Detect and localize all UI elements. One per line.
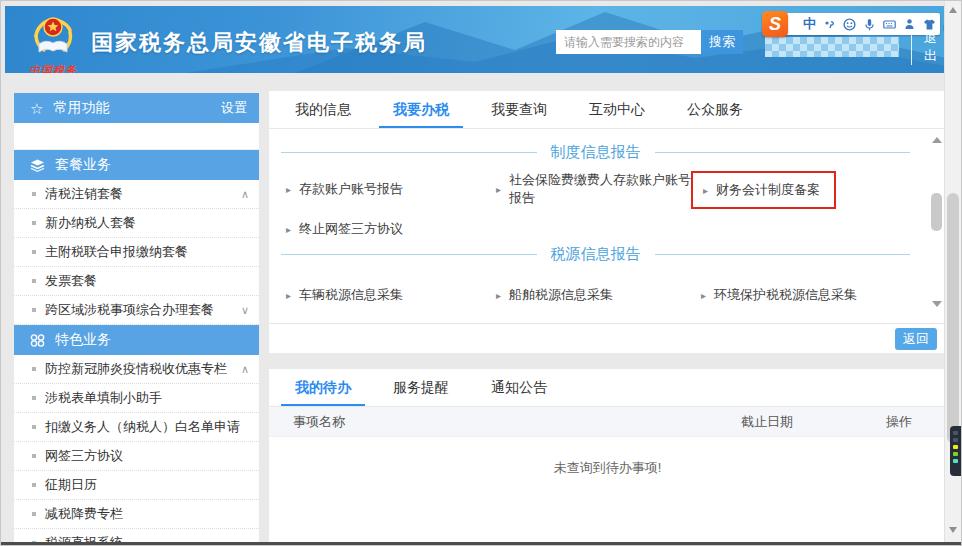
sidebar-item-kuaquyu[interactable]: 跨区域涉税事项综合办理套餐 ∨ <box>14 296 259 325</box>
sidebar-section-title: 套餐业务 <box>55 156 111 174</box>
app-header: 中国税务 国家税务总局安徽省电子税务局 搜索 S 中 退出 <box>5 6 946 73</box>
bullet-icon <box>32 279 36 283</box>
sidebar-item-label: 网签三方协议 <box>45 447 123 465</box>
tab-inquiry[interactable]: 我要查询 <box>477 91 561 128</box>
column-deadline: 截止日期 <box>741 413 856 431</box>
scrollbar-down-icon[interactable] <box>949 527 957 533</box>
sidebar-item-label: 发票套餐 <box>45 272 97 290</box>
column-operation: 操作 <box>856 413 946 431</box>
ime-punctuation-icon[interactable] <box>823 18 836 31</box>
tab-public-services[interactable]: 公众服务 <box>673 91 757 128</box>
todo-empty-message: 未查询到待办事项! <box>269 437 946 477</box>
scrollbar-up-icon[interactable] <box>932 137 942 143</box>
link-label: 终止网签三方协议 <box>299 220 403 238</box>
sidebar-item-koujiao-yiwuren[interactable]: 扣缴义务人（纳税人）白名单申请 <box>14 413 259 442</box>
search-input[interactable] <box>556 30 701 54</box>
sidebar-item-label: 扣缴义务人（纳税人）白名单申请 <box>45 418 240 436</box>
link-terminate-tripartite-agreement[interactable]: ▸ 终止网签三方协议 <box>286 211 496 247</box>
triangle-right-icon: ▸ <box>701 290 706 301</box>
sidebar-item-label: 防控新冠肺炎疫情税收优惠专栏 <box>45 360 227 378</box>
link-label: 车辆税源信息采集 <box>299 286 403 304</box>
section-title-tax-source-report: 税源信息报告 <box>281 245 910 264</box>
red-highlight-box: ▸ 财务会计制度备案 <box>691 171 836 209</box>
sidebar-item-label: 新办纳税人套餐 <box>45 214 136 232</box>
divider-line <box>655 254 911 255</box>
tab-tax-handling[interactable]: 我要办税 <box>379 91 463 128</box>
link-label: 环境保护税税源信息采集 <box>714 286 857 304</box>
floating-side-widget[interactable] <box>950 426 961 476</box>
back-button[interactable]: 返回 <box>895 328 937 350</box>
electronic-tax-bureau-page: 中国税务 国家税务总局安徽省电子税务局 搜索 S 中 退出 ☆ 常用功能 设置 <box>0 0 962 546</box>
sidebar-item-qingshui-zhuxiao[interactable]: 清税注销套餐 ∧ <box>14 180 259 209</box>
scrollbar-down-icon[interactable] <box>932 301 942 307</box>
tax-emblem-icon <box>27 10 79 58</box>
sidebar-header-special-services: 特色业务 <box>14 325 259 355</box>
scroll-up-icon[interactable]: ∧ <box>241 363 249 376</box>
search-button[interactable]: 搜索 <box>701 30 743 54</box>
ime-logo-icon[interactable]: S <box>762 11 788 37</box>
sidebar-item-fangkong-xinguan[interactable]: 防控新冠肺炎疫情税收优惠专栏 ∧ <box>14 355 259 384</box>
tab-notices[interactable]: 通知公告 <box>477 369 561 406</box>
header-search: 搜索 <box>556 30 743 54</box>
link-social-insurance-account-report[interactable]: ▸ 社会保险费缴费人存款账户账号报告 <box>496 171 701 207</box>
widget-segment <box>953 431 958 435</box>
sidebar-item-label: 涉税表单填制小助手 <box>45 389 162 407</box>
common-functions-empty-row <box>14 123 259 150</box>
bullet-icon <box>32 192 36 196</box>
section-title-text: 税源信息报告 <box>537 245 655 264</box>
bullet-icon <box>32 512 36 516</box>
ime-microphone-icon[interactable] <box>863 18 876 31</box>
logout-link[interactable]: 退出 <box>911 29 946 65</box>
triangle-right-icon: ▸ <box>496 290 501 301</box>
section-title-system-info-report: 制度信息报告 <box>281 143 910 162</box>
link-vehicle-tax-source-collection[interactable]: ▸ 车辆税源信息采集 <box>286 277 496 313</box>
tab-service-reminder[interactable]: 服务提醒 <box>379 369 463 406</box>
divider-line <box>655 152 911 153</box>
scrollbar-thumb[interactable] <box>931 193 942 231</box>
content-scrollbar[interactable] <box>930 131 944 313</box>
sidebar-item-sheshui-biaodan[interactable]: 涉税表单填制小助手 <box>14 384 259 413</box>
sidebar-item-label: 征期日历 <box>45 476 97 494</box>
link-financial-accounting-system-filing[interactable]: ▸ 财务会计制度备案 <box>701 171 916 209</box>
sidebar-item-zhengqi-rili[interactable]: 征期日历 <box>14 471 259 500</box>
bullet-icon <box>32 454 36 458</box>
scrollbar-up-icon[interactable] <box>949 7 957 13</box>
links-row: ▸ 终止网签三方协议 <box>286 211 916 247</box>
triangle-right-icon: ▸ <box>286 184 291 195</box>
link-label: 存款账户账号报告 <box>299 180 403 198</box>
scrollbar-thumb[interactable] <box>947 193 959 443</box>
tab-my-info[interactable]: 我的信息 <box>281 91 365 128</box>
tab-my-todo[interactable]: 我的待办 <box>281 369 365 406</box>
main-tabs: 我的信息 我要办税 我要查询 互动中心 公众服务 <box>269 91 946 129</box>
link-deposit-account-report[interactable]: ▸ 存款账户账号报告 <box>286 171 496 207</box>
ime-keyboard-icon[interactable] <box>883 18 896 31</box>
sidebar-item-jianshui-jiangfei[interactable]: 减税降费专栏 <box>14 500 259 529</box>
ime-emoji-icon[interactable] <box>843 18 856 31</box>
triangle-right-icon: ▸ <box>286 224 291 235</box>
scroll-down-icon[interactable]: ∨ <box>241 304 249 317</box>
sidebar-item-fapiao[interactable]: 发票套餐 <box>14 267 259 296</box>
sidebar-item-xinban-nashuiren[interactable]: 新办纳税人套餐 <box>14 209 259 238</box>
divider-line <box>281 254 537 255</box>
links-row: ▸ 车辆税源信息采集 ▸ 船舶税源信息采集 ▸ 环境保护税税源信息采集 <box>286 277 916 313</box>
star-icon: ☆ <box>30 101 43 116</box>
page-title: 国家税务总局安徽省电子税务局 <box>91 28 427 58</box>
link-ship-tax-source-collection[interactable]: ▸ 船舶税源信息采集 <box>496 277 701 313</box>
logo-caption: 中国税务 <box>23 63 83 73</box>
sidebar-item-label: 主附税联合申报缴纳套餐 <box>45 243 188 261</box>
sidebar-item-wangqian-sanfang[interactable]: 网签三方协议 <box>14 442 259 471</box>
links-row: ▸ 存款账户账号报告 ▸ 社会保险费缴费人存款账户账号报告 ▸ 财务会计制度备案 <box>286 171 916 209</box>
sidebar-item-zhufushui-lianhe[interactable]: 主附税联合申报缴纳套餐 <box>14 238 259 267</box>
tab-interaction-center[interactable]: 互动中心 <box>575 91 659 128</box>
sidebar-header-package-services: 套餐业务 <box>14 150 259 180</box>
todo-tabs: 我的待办 服务提醒 通知公告 <box>269 369 946 407</box>
bullet-icon <box>32 250 36 254</box>
sidebar-section-title: 特色业务 <box>55 331 111 349</box>
sidebar-item-label: 跨区域涉税事项综合办理套餐 <box>45 301 214 319</box>
scroll-up-icon[interactable]: ∧ <box>241 188 249 201</box>
bullet-icon <box>32 367 36 371</box>
ime-language-icon[interactable]: 中 <box>803 15 816 33</box>
settings-link[interactable]: 设置 <box>221 99 247 117</box>
link-environmental-tax-source-collection[interactable]: ▸ 环境保护税税源信息采集 <box>701 277 916 313</box>
link-label: 财务会计制度备案 <box>716 181 820 199</box>
